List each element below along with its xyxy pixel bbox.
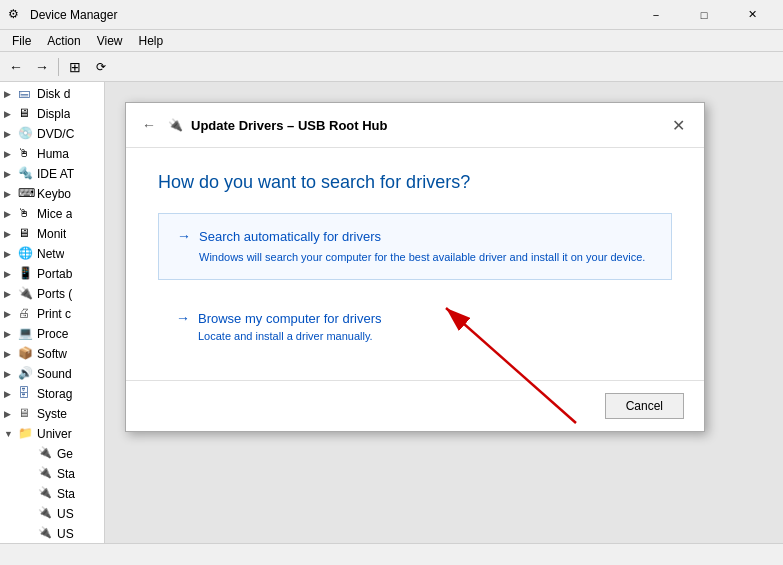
- tree-label: Storag: [37, 387, 72, 401]
- dialog-body: How do you want to search for drivers? →…: [126, 148, 704, 380]
- properties-button[interactable]: ⊞: [63, 55, 87, 79]
- back-button[interactable]: ←: [4, 55, 28, 79]
- tree-label: Sound: [37, 367, 72, 381]
- option1-description: Windows will search your computer for th…: [177, 250, 653, 265]
- tree-label: Netw: [37, 247, 64, 261]
- tree-item-disk[interactable]: ▶ 🖴 Disk d: [0, 84, 104, 104]
- cancel-button[interactable]: Cancel: [605, 393, 684, 419]
- tree-item-sta1[interactable]: 🔌 Sta: [0, 464, 104, 484]
- sound-icon: 🔊: [18, 366, 34, 382]
- scan-button[interactable]: ⟳: [89, 55, 113, 79]
- dialog-title-icon: 🔌: [168, 118, 183, 132]
- expand-icon: ▶: [4, 289, 18, 299]
- usb-dev-icon: 🔌: [38, 466, 54, 482]
- tree-item-sound[interactable]: ▶ 🔊 Sound: [0, 364, 104, 384]
- expand-icon: ▶: [4, 349, 18, 359]
- processor-icon: 💻: [18, 326, 34, 342]
- expand-icon: ▶: [4, 309, 18, 319]
- tree-item-ports[interactable]: ▶ 🔌 Ports (: [0, 284, 104, 304]
- tree-label: US: [57, 507, 74, 521]
- monitor-icon: 🖥: [18, 226, 34, 242]
- tree-label: Proce: [37, 327, 68, 341]
- storage-icon: 🗄: [18, 386, 34, 402]
- tree-item-human[interactable]: ▶ 🖱 Huma: [0, 144, 104, 164]
- minimize-button[interactable]: −: [633, 0, 679, 30]
- tree-item-processor[interactable]: ▶ 💻 Proce: [0, 324, 104, 344]
- menu-file[interactable]: File: [4, 30, 39, 51]
- title-bar: ⚙ Device Manager − □ ✕: [0, 0, 783, 30]
- dialog-question: How do you want to search for drivers?: [158, 172, 672, 193]
- maximize-button[interactable]: □: [681, 0, 727, 30]
- expand-icon: ▶: [4, 269, 18, 279]
- menu-help[interactable]: Help: [131, 30, 172, 51]
- tree-label: DVD/C: [37, 127, 74, 141]
- usb-dev-icon: 🔌: [38, 506, 54, 522]
- tree-label: Mice a: [37, 207, 72, 221]
- tree-item-portable[interactable]: ▶ 📱 Portab: [0, 264, 104, 284]
- main-content: ▶ 🖴 Disk d ▶ 🖥 Displa ▶ 💿 DVD/C ▶ 🖱 Huma…: [0, 82, 783, 543]
- tree-item-network[interactable]: ▶ 🌐 Netw: [0, 244, 104, 264]
- search-automatically-option[interactable]: → Search automatically for drivers Windo…: [158, 213, 672, 280]
- tree-label: Huma: [37, 147, 69, 161]
- software-icon: 📦: [18, 346, 34, 362]
- dialog-back-button[interactable]: ←: [138, 115, 160, 135]
- browse-computer-option[interactable]: → Browse my computer for drivers Locate …: [158, 296, 672, 356]
- expand-icon: ▶: [4, 409, 18, 419]
- tree-item-dvd[interactable]: ▶ 💿 DVD/C: [0, 124, 104, 144]
- expand-icon: ▶: [4, 109, 18, 119]
- dialog-title-bar: ← 🔌 Update Drivers – USB Root Hub ✕: [126, 103, 704, 148]
- tree-label: Ge: [57, 447, 73, 461]
- tree-label: IDE AT: [37, 167, 74, 181]
- tree-label: Univer: [37, 427, 72, 441]
- tree-item-sta2[interactable]: 🔌 Sta: [0, 484, 104, 504]
- menu-view[interactable]: View: [89, 30, 131, 51]
- modal-overlay: ← 🔌 Update Drivers – USB Root Hub ✕ How …: [105, 82, 783, 543]
- tree-item-us1[interactable]: 🔌 US: [0, 504, 104, 524]
- portable-icon: 📱: [18, 266, 34, 282]
- tree-label: Print c: [37, 307, 71, 321]
- forward-button[interactable]: →: [30, 55, 54, 79]
- expand-icon: ▼: [4, 429, 18, 439]
- tree-item-us2[interactable]: 🔌 US: [0, 524, 104, 543]
- dialog-title-text: Update Drivers – USB Root Hub: [191, 118, 387, 133]
- hid-icon: 🖱: [18, 146, 34, 162]
- keyboard-icon: ⌨: [18, 186, 34, 202]
- tree-label: US: [57, 527, 74, 541]
- system-icon: 🖥: [18, 406, 34, 422]
- tree-label: Sta: [57, 487, 75, 501]
- tree-item-mice[interactable]: ▶ 🖱 Mice a: [0, 204, 104, 224]
- tree-label: Monit: [37, 227, 66, 241]
- toolbar-separator: [58, 58, 59, 76]
- tree-item-display[interactable]: ▶ 🖥 Displa: [0, 104, 104, 124]
- usb-folder-icon: 📁: [18, 426, 34, 442]
- tree-label: Keybo: [37, 187, 71, 201]
- option2-description: Locate and install a driver manually.: [176, 330, 654, 342]
- option1-title: → Search automatically for drivers: [177, 228, 653, 244]
- disk-icon: 🖴: [18, 86, 34, 102]
- tree-item-print[interactable]: ▶ 🖨 Print c: [0, 304, 104, 324]
- tree-item-keyboard[interactable]: ▶ ⌨ Keybo: [0, 184, 104, 204]
- tree-item-software[interactable]: ▶ 📦 Softw: [0, 344, 104, 364]
- dvd-icon: 💿: [18, 126, 34, 142]
- tree-item-universal[interactable]: ▼ 📁 Univer: [0, 424, 104, 444]
- tree-item-monitor[interactable]: ▶ 🖥 Monit: [0, 224, 104, 244]
- expand-icon: ▶: [4, 89, 18, 99]
- app-title: Device Manager: [30, 8, 633, 22]
- tree-item-ge[interactable]: 🔌 Ge: [0, 444, 104, 464]
- tree-item-storage[interactable]: ▶ 🗄 Storag: [0, 384, 104, 404]
- right-panel: ← 🔌 Update Drivers – USB Root Hub ✕ How …: [105, 82, 783, 543]
- menu-bar: File Action View Help: [0, 30, 783, 52]
- tree-item-ide[interactable]: ▶ 🔩 IDE AT: [0, 164, 104, 184]
- tree-label: Syste: [37, 407, 67, 421]
- expand-icon: ▶: [4, 369, 18, 379]
- menu-action[interactable]: Action: [39, 30, 88, 51]
- expand-icon: ▶: [4, 209, 18, 219]
- window-controls: − □ ✕: [633, 0, 775, 30]
- expand-icon: ▶: [4, 149, 18, 159]
- tree-item-system[interactable]: ▶ 🖥 Syste: [0, 404, 104, 424]
- usb-dev-icon: 🔌: [38, 526, 54, 542]
- close-button[interactable]: ✕: [729, 0, 775, 30]
- tree-label: Softw: [37, 347, 67, 361]
- arrow-icon: →: [176, 310, 190, 326]
- dialog-close-button[interactable]: ✕: [664, 111, 692, 139]
